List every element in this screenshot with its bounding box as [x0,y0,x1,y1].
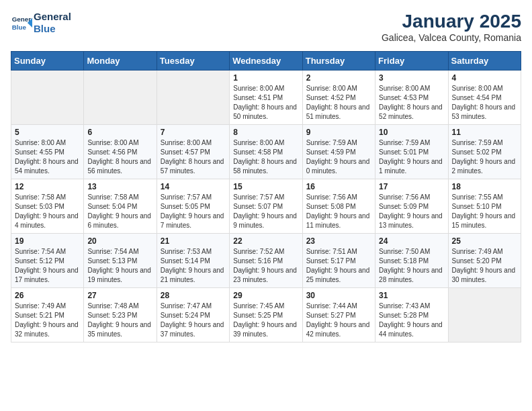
day-info: Sunrise: 8:00 AMSunset: 4:53 PMDaylight:… [379,84,444,122]
day-info: Sunrise: 7:54 AMSunset: 5:13 PMDaylight:… [87,247,152,285]
calendar-cell: 6Sunrise: 8:00 AMSunset: 4:56 PMDaylight… [84,125,157,179]
day-info: Sunrise: 8:00 AMSunset: 4:58 PMDaylight:… [233,138,298,176]
calendar-cell [157,71,229,125]
calendar-cell: 15Sunrise: 7:57 AMSunset: 5:07 PMDayligh… [230,179,302,234]
day-info: Sunrise: 7:57 AMSunset: 5:07 PMDaylight:… [233,193,298,230]
calendar-cell: 29Sunrise: 7:45 AMSunset: 5:25 PMDayligh… [230,288,302,342]
logo-text-blue: Blue [34,23,71,35]
day-number: 17 [379,182,444,191]
calendar-cell: 30Sunrise: 7:44 AMSunset: 5:27 PMDayligh… [302,288,375,342]
calendar-cell: 20Sunrise: 7:54 AMSunset: 5:13 PMDayligh… [84,234,157,288]
weekday-header-tuesday: Tuesday [157,52,229,71]
logo-icon: General Blue [11,12,32,34]
day-info: Sunrise: 8:00 AMSunset: 4:51 PMDaylight:… [233,84,298,122]
calendar-cell [84,71,157,125]
day-number: 9 [306,128,371,137]
calendar-cell: 14Sunrise: 7:57 AMSunset: 5:05 PMDayligh… [157,179,229,234]
calendar-cell: 17Sunrise: 7:56 AMSunset: 5:09 PMDayligh… [375,179,448,234]
day-info: Sunrise: 7:44 AMSunset: 5:27 PMDaylight:… [306,302,371,339]
day-number: 6 [87,128,152,137]
day-info: Sunrise: 7:59 AMSunset: 5:02 PMDaylight:… [452,138,517,176]
calendar-cell: 3Sunrise: 8:00 AMSunset: 4:53 PMDaylight… [375,71,448,125]
day-info: Sunrise: 7:45 AMSunset: 5:25 PMDaylight:… [233,302,298,339]
calendar-week-5: 26Sunrise: 7:49 AMSunset: 5:21 PMDayligh… [11,288,521,342]
calendar-cell: 23Sunrise: 7:51 AMSunset: 5:17 PMDayligh… [302,234,375,288]
weekday-header-friday: Friday [375,52,448,71]
day-number: 1 [233,73,298,83]
logo-text-general: General [34,11,71,23]
calendar-cell: 7Sunrise: 8:00 AMSunset: 4:57 PMDaylight… [157,125,229,179]
day-info: Sunrise: 7:56 AMSunset: 5:08 PMDaylight:… [306,193,371,230]
calendar-cell: 27Sunrise: 7:48 AMSunset: 5:23 PMDayligh… [84,288,157,342]
calendar-week-3: 12Sunrise: 7:58 AMSunset: 5:03 PMDayligh… [11,179,521,234]
day-number: 20 [87,236,152,246]
day-info: Sunrise: 8:00 AMSunset: 4:54 PMDaylight:… [452,84,517,122]
day-number: 26 [15,291,80,300]
calendar-cell: 24Sunrise: 7:50 AMSunset: 5:18 PMDayligh… [375,234,448,288]
day-info: Sunrise: 8:00 AMSunset: 4:56 PMDaylight:… [87,138,152,176]
day-info: Sunrise: 7:49 AMSunset: 5:21 PMDaylight:… [15,302,80,339]
calendar-cell: 4Sunrise: 8:00 AMSunset: 4:54 PMDaylight… [448,71,521,125]
day-number: 2 [306,73,371,83]
weekday-header-thursday: Thursday [302,52,375,71]
day-info: Sunrise: 8:00 AMSunset: 4:52 PMDaylight:… [306,84,371,122]
day-info: Sunrise: 7:49 AMSunset: 5:20 PMDaylight:… [452,247,517,285]
day-number: 27 [87,291,152,300]
day-number: 28 [161,291,226,300]
day-number: 7 [161,128,226,137]
calendar-cell [448,288,521,342]
logo: General Blue General Blue [11,11,71,35]
day-number: 4 [452,73,517,83]
day-number: 22 [233,236,298,246]
day-number: 30 [306,291,371,300]
calendar-cell: 9Sunrise: 7:59 AMSunset: 4:59 PMDaylight… [302,125,375,179]
weekday-header-wednesday: Wednesday [230,52,302,71]
calendar-cell: 12Sunrise: 7:58 AMSunset: 5:03 PMDayligh… [11,179,84,234]
day-info: Sunrise: 7:56 AMSunset: 5:09 PMDaylight:… [379,193,444,230]
day-info: Sunrise: 7:58 AMSunset: 5:04 PMDaylight:… [87,193,152,230]
day-number: 14 [161,182,226,191]
calendar-table: SundayMondayTuesdayWednesdayThursdayFrid… [11,51,521,342]
calendar-header-row: SundayMondayTuesdayWednesdayThursdayFrid… [11,52,521,71]
day-number: 10 [379,128,444,137]
day-info: Sunrise: 7:43 AMSunset: 5:28 PMDaylight:… [379,302,444,339]
calendar-cell: 13Sunrise: 7:58 AMSunset: 5:04 PMDayligh… [84,179,157,234]
day-number: 31 [379,291,444,300]
day-info: Sunrise: 8:00 AMSunset: 4:55 PMDaylight:… [15,138,80,176]
day-number: 12 [15,182,80,191]
day-number: 11 [452,128,517,137]
weekday-header-saturday: Saturday [448,52,521,71]
title-block: January 2025 Galicea, Valcea County, Rom… [382,11,521,43]
day-number: 18 [452,182,517,191]
day-info: Sunrise: 7:47 AMSunset: 5:24 PMDaylight:… [161,302,226,339]
day-info: Sunrise: 8:00 AMSunset: 4:57 PMDaylight:… [161,138,226,176]
calendar-cell: 28Sunrise: 7:47 AMSunset: 5:24 PMDayligh… [157,288,229,342]
day-number: 3 [379,73,444,83]
day-info: Sunrise: 7:48 AMSunset: 5:23 PMDaylight:… [87,302,152,339]
day-info: Sunrise: 7:59 AMSunset: 5:01 PMDaylight:… [379,138,444,176]
day-number: 16 [306,182,371,191]
day-info: Sunrise: 7:53 AMSunset: 5:14 PMDaylight:… [161,247,226,285]
calendar-cell: 25Sunrise: 7:49 AMSunset: 5:20 PMDayligh… [448,234,521,288]
day-number: 25 [452,236,517,246]
weekday-header-sunday: Sunday [11,52,84,71]
month-title: January 2025 [382,11,521,32]
calendar-cell: 31Sunrise: 7:43 AMSunset: 5:28 PMDayligh… [375,288,448,342]
day-info: Sunrise: 7:54 AMSunset: 5:12 PMDaylight:… [15,247,80,285]
day-number: 13 [87,182,152,191]
calendar-cell: 19Sunrise: 7:54 AMSunset: 5:12 PMDayligh… [11,234,84,288]
day-info: Sunrise: 7:50 AMSunset: 5:18 PMDaylight:… [379,247,444,285]
calendar-week-2: 5Sunrise: 8:00 AMSunset: 4:55 PMDaylight… [11,125,521,179]
day-info: Sunrise: 7:55 AMSunset: 5:10 PMDaylight:… [452,193,517,230]
calendar-cell: 21Sunrise: 7:53 AMSunset: 5:14 PMDayligh… [157,234,229,288]
calendar-cell: 8Sunrise: 8:00 AMSunset: 4:58 PMDaylight… [230,125,302,179]
calendar-cell: 1Sunrise: 8:00 AMSunset: 4:51 PMDaylight… [230,71,302,125]
svg-text:Blue: Blue [12,24,27,31]
day-number: 21 [161,236,226,246]
day-number: 8 [233,128,298,137]
day-number: 23 [306,236,371,246]
day-info: Sunrise: 7:52 AMSunset: 5:16 PMDaylight:… [233,247,298,285]
calendar-week-4: 19Sunrise: 7:54 AMSunset: 5:12 PMDayligh… [11,234,521,288]
calendar-week-1: 1Sunrise: 8:00 AMSunset: 4:51 PMDaylight… [11,71,521,125]
calendar-cell: 10Sunrise: 7:59 AMSunset: 5:01 PMDayligh… [375,125,448,179]
